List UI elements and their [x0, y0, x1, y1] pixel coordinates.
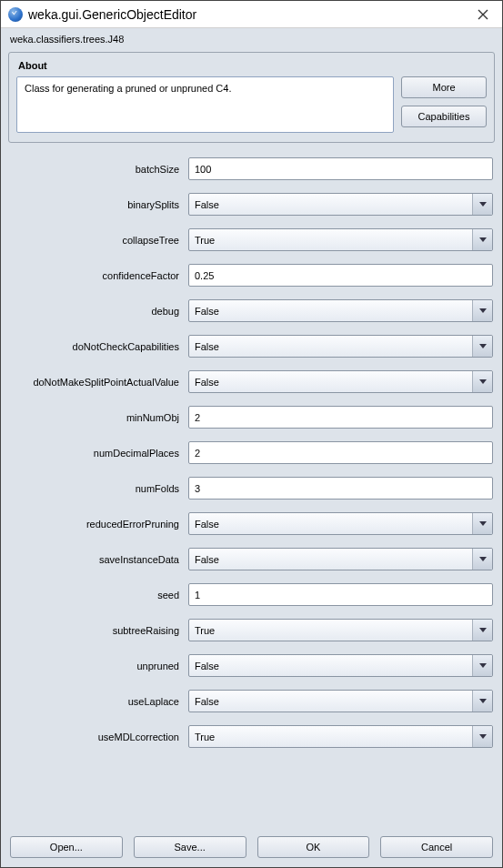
param-row-confidenceFactor: confidenceFactor — [10, 264, 493, 287]
param-row-useMDLcorrection: useMDLcorrectionTrue — [10, 725, 493, 748]
param-row-doNotCheckCapabilities: doNotCheckCapabilitiesFalse — [10, 335, 493, 358]
param-row-saveInstanceData: saveInstanceDataFalse — [10, 548, 493, 570]
collapseTree-combo[interactable]: True — [188, 228, 493, 251]
about-panel: About Class for generating a pruned or u… — [8, 52, 495, 143]
save-button[interactable]: Save... — [134, 836, 246, 858]
param-row-reducedErrorPruning: reducedErrorPruningFalse — [10, 512, 493, 535]
combo-arrow — [472, 336, 492, 357]
useLaplace-combo[interactable]: False — [188, 690, 493, 712]
combo-value: False — [189, 661, 472, 671]
dialog-body: weka.classifiers.trees.J48 About Class f… — [1, 28, 502, 867]
numFolds-input[interactable] — [188, 477, 493, 500]
param-label: saveInstanceData — [10, 554, 188, 565]
param-label: numFolds — [10, 483, 188, 494]
param-label: batchSize — [10, 164, 188, 175]
doNotMakeSplitPointActualValue-combo[interactable]: False — [188, 370, 493, 393]
combo-arrow — [472, 371, 492, 392]
param-field — [188, 264, 493, 287]
about-buttons: More Capabilities — [401, 76, 487, 133]
param-label: subtreeRaising — [10, 625, 188, 636]
param-field — [188, 583, 493, 606]
param-label: doNotMakeSplitPointActualValue — [10, 377, 188, 388]
param-label: collapseTree — [10, 235, 188, 246]
useMDLcorrection-combo[interactable]: True — [188, 725, 493, 748]
param-label: useLaplace — [10, 696, 188, 707]
chevron-down-icon — [479, 557, 487, 562]
reducedErrorPruning-combo[interactable]: False — [188, 512, 493, 535]
capabilities-button[interactable]: Capabilities — [401, 106, 487, 127]
numDecimalPlaces-input[interactable] — [188, 441, 493, 464]
param-row-numDecimalPlaces: numDecimalPlaces — [10, 441, 493, 464]
subtreeRaising-combo[interactable]: True — [188, 619, 493, 641]
param-label: minNumObj — [10, 412, 188, 423]
param-field: True — [188, 619, 493, 641]
param-row-doNotMakeSplitPointActualValue: doNotMakeSplitPointActualValueFalse — [10, 370, 493, 393]
combo-value: False — [189, 519, 472, 530]
close-icon — [478, 9, 488, 20]
minNumObj-input[interactable] — [188, 406, 493, 429]
saveInstanceData-combo[interactable]: False — [188, 548, 493, 570]
combo-value: False — [189, 199, 472, 210]
close-button[interactable] — [471, 3, 495, 26]
more-button[interactable]: More — [401, 76, 487, 98]
dialog-window: weka.gui.GenericObjectEditor weka.classi… — [0, 0, 503, 868]
param-row-useLaplace: useLaplaceFalse — [10, 690, 493, 712]
debug-combo[interactable]: False — [188, 299, 493, 322]
doNotCheckCapabilities-combo[interactable]: False — [188, 335, 493, 358]
combo-arrow — [472, 549, 492, 570]
param-row-subtreeRaising: subtreeRaisingTrue — [10, 619, 493, 641]
param-field: False — [188, 335, 493, 358]
combo-arrow — [472, 655, 492, 676]
param-label: debug — [10, 306, 188, 317]
param-label: reducedErrorPruning — [10, 519, 188, 530]
unpruned-combo[interactable]: False — [188, 654, 493, 677]
bottom-bar: Open... Save... OK Cancel — [1, 829, 502, 867]
param-row-minNumObj: minNumObj — [10, 406, 493, 429]
combo-arrow — [472, 726, 492, 747]
param-row-unpruned: unprunedFalse — [10, 654, 493, 677]
combo-value: False — [189, 341, 472, 352]
confidenceFactor-input[interactable] — [188, 264, 493, 287]
param-field: True — [188, 228, 493, 251]
param-field: False — [188, 370, 493, 393]
param-field: False — [188, 512, 493, 535]
about-heading: About — [18, 60, 487, 71]
combo-arrow — [472, 194, 492, 215]
param-label: useMDLcorrection — [10, 732, 188, 742]
window-title: weka.gui.GenericObjectEditor — [28, 7, 471, 22]
seed-input[interactable] — [188, 583, 493, 606]
param-field: False — [188, 193, 493, 216]
param-label: unpruned — [10, 661, 188, 671]
combo-value: False — [189, 554, 472, 565]
param-field: False — [188, 690, 493, 712]
combo-value: False — [189, 306, 472, 317]
param-field — [188, 406, 493, 429]
titlebar: weka.gui.GenericObjectEditor — [1, 1, 502, 28]
weka-icon — [8, 7, 23, 22]
ok-button[interactable]: OK — [257, 836, 370, 858]
about-description: Class for generating a pruned or unprune… — [16, 76, 394, 133]
param-row-binarySplits: binarySplitsFalse — [10, 193, 493, 216]
chevron-down-icon — [479, 734, 487, 740]
combo-value: True — [189, 625, 472, 636]
combo-arrow — [472, 691, 492, 712]
params-container: batchSizebinarySplitsFalsecollapseTreeTr… — [1, 152, 502, 829]
about-row: Class for generating a pruned or unprune… — [16, 76, 487, 133]
param-field: False — [188, 299, 493, 322]
classpath-label: weka.classifiers.trees.J48 — [1, 28, 502, 48]
param-field: False — [188, 548, 493, 570]
open-button[interactable]: Open... — [10, 836, 123, 858]
combo-arrow — [472, 229, 492, 250]
combo-arrow — [472, 620, 492, 641]
chevron-down-icon — [479, 699, 487, 704]
combo-arrow — [472, 300, 492, 321]
combo-value: False — [189, 696, 472, 707]
param-field — [188, 441, 493, 464]
batchSize-input[interactable] — [188, 157, 493, 180]
param-label: numDecimalPlaces — [10, 448, 188, 459]
param-row-numFolds: numFolds — [10, 477, 493, 500]
chevron-down-icon — [479, 379, 487, 385]
combo-value: False — [189, 377, 472, 388]
binarySplits-combo[interactable]: False — [188, 193, 493, 216]
cancel-button[interactable]: Cancel — [380, 836, 493, 858]
